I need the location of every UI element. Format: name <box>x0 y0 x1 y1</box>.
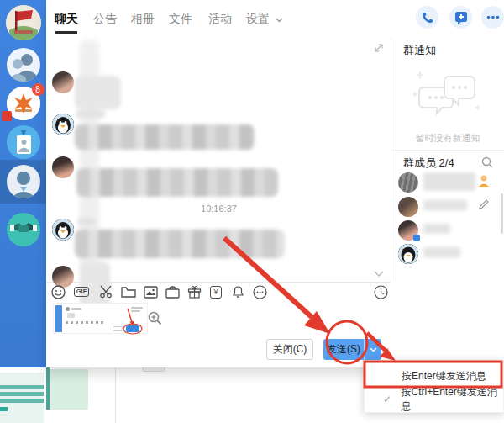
member-list-avatar[interactable] <box>398 244 418 264</box>
censored-member-name <box>423 224 450 234</box>
send-mode-menu: 按Enter键发送消息 ✓ 按Ctrl+Enter键发送消息 <box>364 360 504 413</box>
empty-notice-text: 暂时没有新通知 <box>391 132 504 145</box>
member-avatar[interactable] <box>52 71 74 93</box>
member-list-avatar[interactable] <box>398 220 418 241</box>
censored-message-bubble <box>75 230 285 258</box>
handshake-avatar <box>7 213 40 246</box>
background-line <box>0 399 44 403</box>
thumbnail-red-annotations <box>54 304 149 335</box>
message-history-button[interactable] <box>372 283 389 300</box>
menu-item-ctrl-enter-to-send[interactable]: ✓ 按Ctrl+Enter键发送消息 <box>365 388 504 411</box>
folder-icon <box>121 286 136 299</box>
tab-activities[interactable]: 活动 <box>208 12 232 27</box>
menu-item-enter-to-send[interactable]: 按Enter键发送消息 <box>365 364 504 388</box>
screenshot-button[interactable] <box>98 283 115 300</box>
pasted-screenshot-thumbnail[interactable] <box>53 303 148 334</box>
share-chat-button[interactable] <box>449 6 472 29</box>
gif-icon: GIF <box>74 287 90 297</box>
contacts-avatar <box>7 48 40 82</box>
red-packet-button[interactable]: ¥ <box>207 283 224 300</box>
send-file-button[interactable] <box>120 283 137 300</box>
tab-settings-label: 设置 <box>246 12 270 25</box>
menu-item-label: 按Enter键发送消息 <box>402 369 486 383</box>
expand-chat-icon[interactable] <box>374 43 384 53</box>
chevron-down-icon <box>370 347 377 352</box>
censored-sender-name <box>78 218 95 225</box>
gift-icon <box>187 285 202 299</box>
group-members-title: 群成员 2/4 <box>403 156 454 171</box>
more-circle-icon <box>253 285 267 299</box>
file-archive-button[interactable] <box>164 283 181 300</box>
bell-icon <box>232 285 244 299</box>
mini-app-badge <box>2 111 12 121</box>
group-notice-title: 群通知 <box>403 43 436 58</box>
chat-plus-icon <box>454 11 468 24</box>
send-image-button[interactable] <box>142 283 159 300</box>
member-list-avatar[interactable] <box>398 172 418 193</box>
group-nav-bar: 聊天 公告 相册 文件 活动 设置 <box>46 0 504 38</box>
gift-button[interactable] <box>186 283 202 300</box>
member-platform-badge <box>413 235 420 241</box>
close-button[interactable]: 关闭(C) <box>266 339 313 360</box>
censored-message-bubble <box>75 124 255 150</box>
gif-hot-button[interactable]: GIF <box>73 283 90 300</box>
more-actions-button[interactable] <box>481 6 504 29</box>
censored-member-name <box>423 172 475 191</box>
panel-divider <box>391 150 504 151</box>
conversation-sidebar: 8 <box>0 0 46 367</box>
background-document-block <box>0 373 44 423</box>
more-tools-button[interactable] <box>251 283 268 300</box>
qq-group-chat-screen: 8 <box>0 0 504 423</box>
censored-sender-name <box>76 110 105 118</box>
tab-files[interactable]: 文件 <box>169 12 192 27</box>
check-icon: ✓ <box>383 394 402 405</box>
clock-icon <box>374 285 388 299</box>
tab-chat[interactable]: 聊天 <box>55 12 78 27</box>
sidebar-item-handshake[interactable] <box>0 209 46 251</box>
group-flag-avatar <box>6 5 41 40</box>
send-button[interactable]: 发送(S) <box>323 339 364 360</box>
sidebar-item-profile[interactable] <box>0 160 46 204</box>
collapse-panel-icon[interactable] <box>374 271 384 278</box>
ellipsis-icon <box>486 15 500 19</box>
tab-album[interactable]: 相册 <box>131 12 155 27</box>
group-info-panel: 群通知 暂时没有新通知 群成员 2/4 <box>391 38 504 367</box>
red-packet-icon: ¥ <box>210 286 222 299</box>
group-chat-window: 聊天 公告 相册 文件 活动 设置 <box>46 0 504 367</box>
tab-settings[interactable]: 设置 <box>246 12 283 27</box>
menu-item-label: 按Ctrl+Enter键发送消息 <box>402 385 504 414</box>
background-line <box>0 407 8 411</box>
member-avatar[interactable] <box>52 219 74 241</box>
sidebar-item-org[interactable]: 8 <box>0 82 46 124</box>
id-card-avatar <box>7 125 40 159</box>
sidebar-item-id-card[interactable] <box>0 121 46 163</box>
tab-announcement[interactable]: 公告 <box>93 12 117 27</box>
scissors-icon <box>99 285 114 299</box>
message-history-area: 10:16:37 <box>46 38 391 283</box>
voice-call-button[interactable] <box>416 6 438 29</box>
emoji-icon <box>51 285 66 299</box>
members-scrollbar[interactable] <box>501 193 503 234</box>
sidebar-item-group-flag[interactable] <box>0 2 46 44</box>
profile-avatar <box>7 165 40 198</box>
image-icon <box>144 286 158 299</box>
send-options-dropdown-button[interactable] <box>364 339 381 360</box>
org-avatar: 8 <box>7 87 40 120</box>
archive-box-icon <box>165 286 180 299</box>
sidebar-item-contacts[interactable] <box>0 44 46 86</box>
empty-notice-illustration <box>412 65 484 125</box>
member-avatar[interactable] <box>52 114 74 135</box>
notification-button[interactable] <box>229 283 246 300</box>
censored-member-name <box>423 247 460 257</box>
edit-card-icon[interactable] <box>478 198 490 210</box>
emoji-button[interactable] <box>50 283 66 300</box>
censored-message-bubble <box>75 76 121 109</box>
search-members-icon[interactable] <box>481 156 493 168</box>
zoom-in-icon[interactable] <box>148 311 162 325</box>
member-list-avatar[interactable] <box>398 197 418 217</box>
background-green-block <box>50 369 88 410</box>
member-avatar[interactable] <box>52 156 74 178</box>
background-line <box>0 385 44 389</box>
message-timestamp: 10:16:37 <box>46 204 391 214</box>
message-input-area[interactable] <box>46 301 391 336</box>
